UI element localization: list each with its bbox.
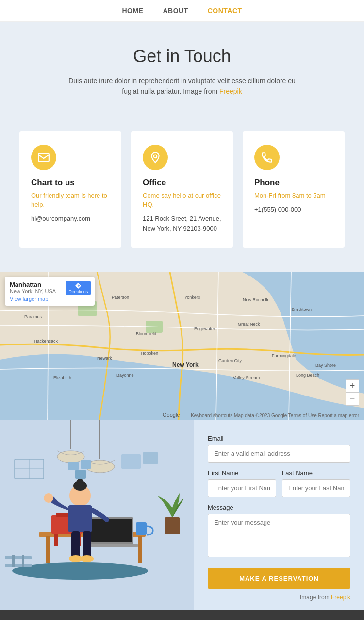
- zoom-out-button[interactable]: −: [346, 393, 359, 405]
- svg-point-1: [154, 155, 157, 158]
- footer: Sample text. Click to select the Text El…: [0, 610, 364, 620]
- last-name-group: Last Name: [282, 469, 350, 497]
- hero-title: Get in Touch: [39, 46, 325, 67]
- card-chat-title: Chart to us: [31, 178, 110, 188]
- card-office-detail: 121 Rock Sreet, 21 Avenue,New York, NY 9…: [143, 214, 221, 234]
- submit-button[interactable]: MAKE A RESERVATION: [208, 568, 350, 589]
- map-popup-title: Manhattan: [10, 281, 56, 288]
- hero-description: Duis aute irure dolor in reprehenderit i…: [61, 75, 303, 97]
- svg-rect-41: [46, 536, 50, 563]
- first-name-input[interactable]: [208, 479, 276, 497]
- view-larger-map-link[interactable]: View larger map: [10, 296, 56, 302]
- svg-point-54: [76, 479, 84, 486]
- email-group: Email: [208, 435, 350, 463]
- svg-text:Farmingdale: Farmingdale: [272, 353, 296, 358]
- svg-text:Garden City: Garden City: [218, 358, 242, 363]
- svg-text:Elizabeth: Elizabeth: [53, 375, 71, 380]
- svg-text:Newark: Newark: [97, 356, 112, 361]
- message-label: Message: [208, 504, 350, 511]
- svg-rect-27: [70, 420, 71, 449]
- svg-rect-35: [81, 460, 91, 469]
- map-placeholder: Paramus Wayne Paterson Yonkers New Roche…: [0, 272, 364, 420]
- svg-rect-62: [5, 564, 32, 567]
- contact-section: Email First Name Last Name Message MAKE …: [0, 420, 364, 610]
- svg-point-60: [80, 555, 94, 562]
- card-office-subtitle: Come say hello at our office HQ.: [143, 191, 221, 209]
- card-office: Office Come say hello at our office HQ. …: [131, 131, 233, 248]
- svg-rect-49: [87, 544, 138, 547]
- card-phone-title: Phone: [254, 178, 333, 188]
- svg-rect-50: [136, 522, 147, 535]
- contact-form: Email First Name Last Name Message MAKE …: [208, 435, 350, 589]
- svg-rect-38: [143, 452, 158, 464]
- map-popup-subtitle: New York, NY, USA: [10, 288, 56, 294]
- svg-text:Yonkers: Yonkers: [184, 295, 200, 300]
- contact-form-area: Email First Name Last Name Message MAKE …: [194, 420, 364, 610]
- map-section: Paramus Wayne Paterson Yonkers New Roche…: [0, 272, 364, 420]
- svg-text:New York: New York: [172, 362, 199, 368]
- svg-text:Bay Shore: Bay Shore: [315, 363, 336, 368]
- svg-text:Edgewater: Edgewater: [194, 327, 215, 331]
- svg-rect-48: [91, 519, 132, 542]
- svg-text:Great Neck: Great Neck: [238, 322, 260, 327]
- svg-point-28: [57, 451, 84, 463]
- svg-rect-61: [5, 556, 32, 559]
- svg-rect-36: [75, 470, 86, 479]
- phone-icon: [254, 145, 280, 170]
- card-phone-detail: +1(555) 000-000: [254, 205, 333, 215]
- svg-text:Hackensack: Hackensack: [34, 339, 58, 344]
- message-group: Message: [208, 504, 350, 559]
- last-name-label: Last Name: [282, 469, 350, 477]
- svg-text:Google: Google: [163, 412, 180, 418]
- svg-rect-29: [99, 420, 100, 459]
- nav-contact[interactable]: CONTACT: [208, 7, 242, 15]
- zoom-in-button[interactable]: +: [346, 380, 359, 393]
- svg-text:Bloomfield: Bloomfield: [136, 331, 156, 336]
- svg-rect-0: [38, 153, 49, 161]
- svg-text:Valley Stream: Valley Stream: [233, 375, 260, 380]
- directions-button[interactable]: Directions: [66, 281, 91, 295]
- navigation: HOME ABOUT CONTACT: [0, 0, 364, 22]
- form-image-credit: Image from Freepik: [208, 594, 350, 601]
- email-label: Email: [208, 435, 350, 442]
- svg-rect-55: [68, 505, 92, 532]
- svg-text:Bayonne: Bayonne: [116, 373, 134, 378]
- svg-rect-34: [68, 462, 79, 470]
- email-input[interactable]: [208, 445, 350, 463]
- card-chat-subtitle: Our friendly team is here to help.: [31, 191, 110, 209]
- svg-text:New Rochelle: New Rochelle: [243, 297, 270, 302]
- card-chat: Chart to us Our friendly team is here to…: [19, 131, 121, 248]
- svg-rect-57: [71, 531, 80, 558]
- svg-rect-37: [121, 454, 141, 469]
- svg-text:Smithtown: Smithtown: [291, 307, 312, 312]
- chat-icon: [31, 145, 56, 170]
- nav-about[interactable]: ABOUT: [163, 7, 188, 15]
- svg-rect-58: [83, 531, 91, 558]
- form-freepik-link[interactable]: Freepik: [331, 594, 350, 601]
- last-name-input[interactable]: [282, 479, 350, 497]
- hero-section: Get in Touch Duis aute irure dolor in re…: [0, 22, 364, 117]
- freepik-link[interactable]: Freepik: [219, 87, 242, 95]
- nav-home[interactable]: HOME: [122, 7, 143, 15]
- card-office-title: Office: [143, 178, 221, 188]
- contact-illustration: [0, 420, 194, 610]
- svg-point-56: [44, 493, 53, 503]
- svg-rect-45: [54, 534, 58, 546]
- svg-rect-42: [138, 536, 142, 563]
- svg-rect-64: [22, 555, 24, 567]
- message-textarea[interactable]: [208, 514, 350, 557]
- name-row: First Name Last Name: [208, 469, 350, 504]
- office-icon: [143, 145, 168, 170]
- map-zoom-controls: + −: [346, 379, 359, 406]
- first-name-group: First Name: [208, 469, 276, 497]
- map-footer: Keyboard shortcuts Map data ©2023 Google…: [191, 413, 359, 418]
- card-phone: Phone Mon-Fri from 8am to 5am +1(555) 00…: [243, 131, 345, 248]
- card-phone-subtitle: Mon-Fri from 8am to 5am: [254, 191, 333, 200]
- cards-section: Chart to us Our friendly team is here to…: [0, 117, 364, 272]
- svg-text:Paterson: Paterson: [112, 295, 129, 300]
- first-name-label: First Name: [208, 469, 276, 477]
- svg-text:Long Beach: Long Beach: [296, 373, 319, 378]
- svg-text:Paramus: Paramus: [24, 314, 42, 319]
- svg-rect-51: [165, 517, 180, 534]
- card-chat-detail: hi@ourcompany.com: [31, 214, 110, 224]
